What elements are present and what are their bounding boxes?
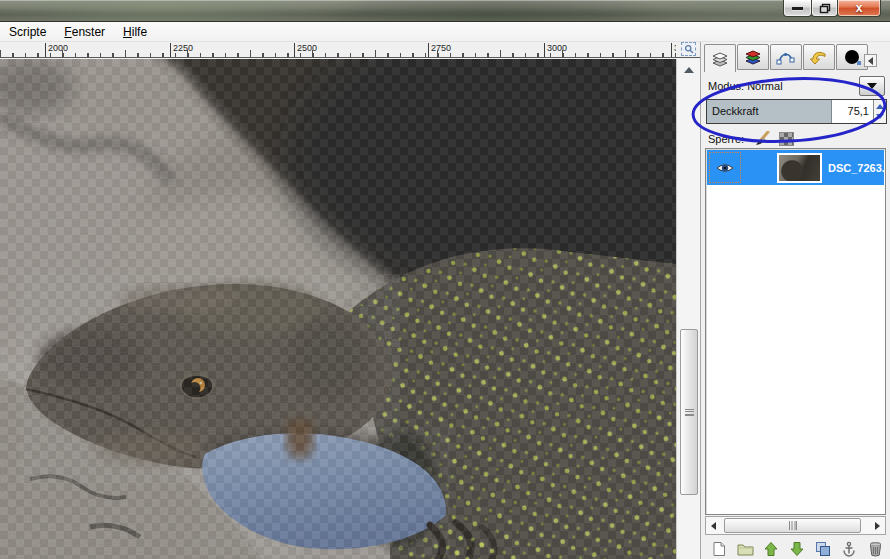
- lower-layer-button[interactable]: [787, 540, 807, 558]
- checkerboard-icon: [779, 132, 794, 146]
- horizontal-ruler[interactable]: 2000 2250 2500 2750 3000 3: [0, 42, 676, 57]
- spinner-down-icon: [876, 114, 884, 119]
- left-arrow-icon: [711, 522, 716, 530]
- spinner-up-icon: [876, 104, 884, 109]
- ruler-mark: 2000: [45, 43, 68, 57]
- caption-buttons: x: [784, 0, 881, 17]
- image-canvas[interactable]: [0, 59, 676, 559]
- dialog-tabs: [704, 44, 869, 72]
- visibility-toggle[interactable]: [710, 153, 740, 182]
- hscroll-right-button[interactable]: [870, 517, 885, 534]
- lock-alpha-button[interactable]: [777, 131, 795, 147]
- layer-list[interactable]: DSC_7263.JP: [705, 148, 886, 515]
- tab-menu-button[interactable]: [864, 54, 877, 67]
- menubar: Scripte Fenster Hilfe: [0, 22, 890, 42]
- ruler-row: 2000 2250 2500 2750 3000 3: [0, 42, 700, 58]
- scrollbar-grip-icon: [685, 409, 694, 416]
- scroll-up-button[interactable]: [679, 62, 698, 77]
- new-layer-group-button[interactable]: [735, 540, 755, 558]
- minimize-button[interactable]: [783, 0, 812, 17]
- tab-paths[interactable]: [770, 44, 802, 70]
- channels-icon: [743, 49, 763, 65]
- lock-row: Sperre:: [708, 130, 802, 148]
- menu-fenster[interactable]: Fenster: [55, 23, 114, 41]
- zoom-follow-window-icon[interactable]: [681, 42, 696, 56]
- ruler-corner: [676, 42, 700, 57]
- restore-icon: [819, 3, 831, 14]
- brushes-icon: [842, 49, 862, 65]
- anchor-layer-icon: [841, 541, 857, 557]
- gimp-window: x Scripte Fenster Hilfe 2000 2250 2500 2…: [0, 0, 890, 559]
- layer-list-hscrollbar[interactable]: [705, 516, 886, 535]
- duplicate-layer-button[interactable]: [813, 540, 833, 558]
- layer-name[interactable]: DSC_7263.JP: [828, 162, 884, 174]
- layers-toolbar: [709, 539, 885, 558]
- ruler-mark: 2750: [428, 43, 451, 57]
- new-layer-group-icon: [737, 541, 754, 556]
- tab-undo-history[interactable]: [803, 44, 835, 70]
- layers-icon: [710, 51, 730, 67]
- lizard-photo: [0, 59, 676, 559]
- raise-layer-icon: [763, 541, 779, 557]
- eye-icon: [715, 161, 735, 175]
- opacity-spinner[interactable]: [873, 100, 886, 123]
- chevron-down-icon: [867, 83, 877, 89]
- hscroll-thumb[interactable]: [724, 518, 861, 533]
- lower-layer-icon: [789, 541, 805, 557]
- lock-pixels-button[interactable]: [752, 131, 770, 147]
- duplicate-layer-icon: [815, 541, 831, 557]
- restore-button[interactable]: [811, 0, 838, 17]
- ruler-mark: 2250: [170, 43, 193, 57]
- ruler-mark: 3000: [544, 43, 567, 57]
- menu-hilfe[interactable]: Hilfe: [114, 23, 156, 41]
- opacity-value: 75,1: [848, 105, 869, 117]
- layer-mode-combo[interactable]: Modus: Normal: [708, 76, 886, 97]
- mode-dropdown-button[interactable]: [859, 76, 885, 96]
- scrollbar-grip-icon: [789, 521, 797, 530]
- left-arrow-icon: [868, 57, 873, 65]
- layers-panel: Modus: Normal Deckkraft 75,1 Sperre:: [700, 42, 890, 559]
- ruler-mark: 2500: [294, 43, 317, 57]
- layer-row[interactable]: DSC_7263.JP: [707, 150, 884, 185]
- mode-label: Modus: Normal: [708, 80, 783, 92]
- right-arrow-icon: [875, 522, 880, 530]
- new-layer-icon: [711, 541, 727, 557]
- tab-channels[interactable]: [737, 44, 769, 70]
- opacity-label: Deckkraft: [712, 105, 758, 117]
- close-button[interactable]: x: [837, 0, 881, 17]
- opacity-slider[interactable]: Deckkraft 75,1: [706, 99, 887, 124]
- raise-layer-button[interactable]: [761, 540, 781, 558]
- hscroll-left-button[interactable]: [706, 517, 721, 534]
- anchor-layer-button[interactable]: [839, 540, 859, 558]
- tab-layers[interactable]: [704, 44, 736, 72]
- close-icon: x: [856, 2, 863, 14]
- vertical-scrollbar-thumb[interactable]: [680, 329, 698, 495]
- paths-icon: [776, 49, 796, 65]
- undo-history-icon: [809, 49, 829, 65]
- new-layer-button[interactable]: [709, 540, 729, 558]
- layer-thumbnail[interactable]: [777, 153, 822, 183]
- menu-scripte[interactable]: Scripte: [0, 23, 55, 41]
- delete-layer-button[interactable]: [865, 540, 885, 558]
- up-arrow-icon: [684, 67, 694, 73]
- canvas-vertical-scrollbar[interactable]: [676, 59, 700, 559]
- titlebar[interactable]: x: [0, 0, 890, 22]
- minimize-icon: [792, 7, 803, 10]
- lock-label: Sperre:: [708, 133, 744, 145]
- paintbrush-icon: [753, 131, 770, 147]
- delete-layer-icon: [868, 541, 883, 557]
